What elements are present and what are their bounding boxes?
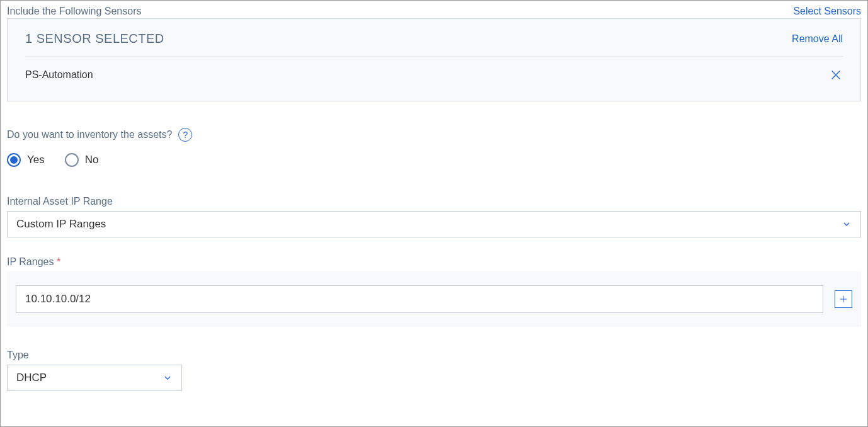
radio-yes-circle [7,153,21,167]
radio-no-label: No [85,154,99,166]
remove-all-link[interactable]: Remove All [792,33,843,45]
add-ip-range-button[interactable] [835,290,852,308]
help-icon[interactable]: ? [178,128,192,142]
sensor-row: PS-Automation [8,57,860,101]
sensor-panel: 1 SENSOR SELECTED Remove All PS-Automati… [7,18,861,101]
radio-no[interactable]: No [65,153,99,167]
radio-no-circle [65,153,79,167]
inventory-radio-group: Yes No [7,153,861,167]
sensor-count-label: 1 SENSOR SELECTED [25,31,164,46]
sensor-name: PS-Automation [25,69,93,81]
ip-range-label: Internal Asset IP Range [7,196,861,207]
chevron-down-icon [842,219,852,229]
select-sensors-link[interactable]: Select Sensors [793,6,861,17]
type-select-value: DHCP [16,372,47,384]
sensors-section-label: Include the Following Sensors [7,6,141,17]
type-select[interactable]: DHCP [7,365,182,391]
ip-range-input[interactable] [16,285,823,313]
ip-range-select-value: Custom IP Ranges [16,218,106,231]
ip-range-select[interactable]: Custom IP Ranges [7,211,861,237]
inventory-question-row: Do you want to inventory the assets? ? [7,128,861,142]
chevron-down-icon [163,373,173,383]
ip-ranges-container [7,271,861,327]
type-label: Type [7,350,861,361]
remove-sensor-icon[interactable] [829,68,843,82]
inventory-question: Do you want to inventory the assets? [7,129,172,140]
required-indicator: * [57,256,60,267]
sensors-section-header: Include the Following Sensors Select Sen… [7,6,861,17]
ip-ranges-label: IP Ranges * [7,256,861,268]
radio-yes[interactable]: Yes [7,153,45,167]
radio-yes-label: Yes [27,154,45,166]
